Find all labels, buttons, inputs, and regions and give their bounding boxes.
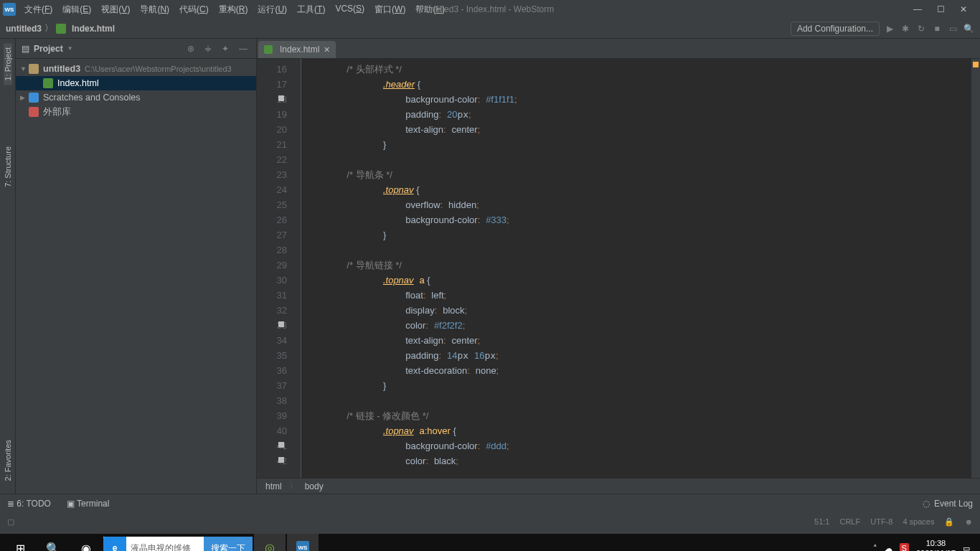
gear-icon[interactable]: ✦ [219,44,232,54]
browser-search-widget: e 搜索一下 [103,537,253,551]
tree-file-label: Index.html [57,78,99,88]
tree-file-index[interactable]: Index.html [16,76,256,90]
search-input[interactable] [126,537,204,551]
close-tab-icon[interactable]: ✕ [324,45,330,55]
search-task-icon[interactable]: 🔍 [37,534,69,551]
scratches-node[interactable]: ▶ Scratches and Consoles [16,90,256,105]
main-menu: 文件(F)编辑(E)视图(V)导航(N)代码(C)重构(R)运行(U)工具(T)… [20,2,449,17]
taskbar-app-webstorm[interactable]: WS [287,534,319,551]
breadcrumb-file[interactable]: Index.html [72,24,115,34]
menu-item[interactable]: 编辑(E) [58,2,95,17]
ie-icon[interactable]: e [103,537,126,551]
menu-item[interactable]: 导航(N) [136,2,174,17]
chevron-right-icon: 〉 [44,22,53,34]
expand-arrow-icon[interactable]: ▶ [20,94,29,101]
html-file-icon [56,24,66,34]
external-libs-node[interactable]: 外部库 [16,105,256,119]
search-button[interactable]: 搜索一下 [204,537,253,551]
tab-label: Index.html [280,44,319,55]
window-controls: — ☐ ✕ [913,4,977,14]
fold-gutter [293,59,301,478]
menu-item[interactable]: 文件(F) [20,2,57,17]
stop-icon[interactable]: ■ [931,23,943,34]
layout-icon[interactable]: ▭ [947,23,958,34]
maximize-icon[interactable]: ☐ [936,4,946,14]
project-root-node[interactable]: ▼ untitled3 C:\Users\acer\WebstormProjec… [16,62,256,76]
search-icon[interactable]: 🔍 [963,23,974,34]
html-file-icon [264,45,273,54]
editor-tab-index[interactable]: Index.html ✕ [258,41,336,58]
expand-arrow-icon[interactable]: ▼ [20,65,29,72]
menu-item[interactable]: 重构(R) [215,2,253,17]
crumb-body[interactable]: body [305,481,324,491]
status-widget-icon[interactable]: ▢ [7,517,14,527]
cursor-position[interactable]: 51:1 [814,517,829,526]
library-icon [29,107,39,117]
terminal-tool-tab[interactable]: ▣ Terminal [67,499,109,509]
project-panel-header: ▤ Project ▼ ⊕ ≑ ✦ — [16,39,256,59]
debug-icon[interactable]: ✱ [900,23,911,34]
coverage-icon[interactable]: ↻ [915,23,927,34]
html-file-icon [43,78,53,88]
project-panel-title[interactable]: Project [34,44,63,54]
line-number-gutter: 1617181920212223242526272829303132333435… [257,59,293,478]
taskbar-app-360[interactable]: ◎ [254,534,286,551]
event-log-tab[interactable]: ◌ Event Log [923,499,973,509]
todo-tool-tab[interactable]: ≣ 6: TODO [7,499,51,509]
editor-area: Index.html ✕ 161718192021222324252627282… [257,39,980,494]
project-view-icon: ▤ [22,44,29,54]
editor-tabs: Index.html ✕ [257,39,980,59]
hector-icon[interactable]: ☻ [964,517,973,526]
minimize-panel-icon[interactable]: — [236,44,250,54]
project-tree: ▼ untitled3 C:\Users\acer\WebstormProjec… [16,59,256,122]
collapse-icon[interactable]: ≑ [202,44,215,54]
locate-icon[interactable]: ⊕ [184,44,197,54]
menu-item[interactable]: 工具(T) [293,2,329,17]
clock[interactable]: 10:38 2020/11/17 [916,538,956,551]
add-configuration-button[interactable]: Add Configuration... [791,22,880,36]
menu-item[interactable]: 窗口(W) [370,2,410,17]
status-bar: ▢ 51:1 CRLF UTF-8 4 spaces 🔒 ☻ [0,513,980,530]
chevron-down-icon[interactable]: ▼ [67,45,73,52]
clock-time: 10:38 [916,538,956,548]
system-tray: ˄ ☁ S 10:38 2020/11/17 ▭ [873,538,976,551]
error-stripe[interactable] [971,59,980,478]
cortana-icon[interactable]: ◉ [70,534,102,551]
menu-item[interactable]: 运行(U) [253,2,291,17]
bottom-bars: ≣ 6: TODO ▣ Terminal ◌ Event Log ▢ 51:1 … [0,494,980,534]
chevron-right-icon: 〉 [289,480,298,492]
favorites-tool-tab[interactable]: 2: Favorites [4,435,12,485]
warning-marker-icon[interactable] [973,62,979,67]
crumb-html[interactable]: html [265,481,282,491]
menu-item[interactable]: VCS(S) [331,2,369,17]
minimize-icon[interactable]: — [913,4,923,14]
external-libs-label: 外部库 [43,106,71,118]
scratches-label: Scratches and Consoles [43,93,141,103]
tray-expand-icon[interactable]: ˄ [873,544,877,552]
project-root-label: untitled3 [43,64,80,74]
notifications-icon[interactable]: ▭ [963,544,970,552]
line-separator[interactable]: CRLF [839,517,860,526]
indent-setting[interactable]: 4 spaces [903,517,934,526]
breadcrumb-project[interactable]: untitled3 [6,24,42,34]
menu-item[interactable]: 代码(C) [175,2,213,17]
ime-icon[interactable]: S [900,543,909,551]
code-editor[interactable]: /* 头部样式 */ .header { background-color: #… [301,59,971,478]
onedrive-icon[interactable]: ☁ [885,544,892,552]
main-area: 1: Project 7: Structure 2: Favorites ▤ P… [0,39,980,494]
project-tool-tab[interactable]: 1: Project [4,43,12,85]
structure-tool-tab[interactable]: 7: Structure [4,142,12,192]
menu-item[interactable]: 视图(V) [97,2,134,17]
close-icon[interactable]: ✕ [958,4,969,14]
start-button[interactable]: ⊞ [4,534,36,551]
title-bar: WS 文件(F)编辑(E)视图(V)导航(N)代码(C)重构(R)运行(U)工具… [0,0,980,19]
editor-body: 1617181920212223242526272829303132333435… [257,59,980,478]
navigation-bar: untitled3 〉 Index.html Add Configuration… [0,19,980,39]
clock-date: 2020/11/17 [916,548,956,551]
editor-breadcrumb: html 〉 body [257,478,980,494]
file-encoding[interactable]: UTF-8 [870,517,892,526]
window-title: untitled3 - Index.html - WebStorm [426,4,555,14]
run-icon[interactable]: ▶ [884,23,895,34]
lock-icon[interactable]: 🔒 [944,517,954,527]
project-panel: ▤ Project ▼ ⊕ ≑ ✦ — ▼ untitled3 C:\Users… [16,39,257,494]
